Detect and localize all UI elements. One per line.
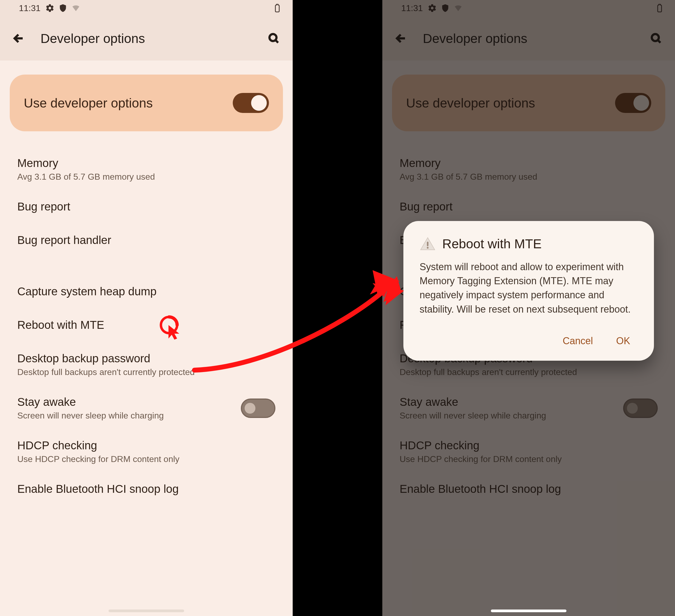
dialog-title: Reboot with MTE: [442, 236, 542, 251]
use-developer-options-switch[interactable]: [233, 93, 269, 113]
use-developer-options-label: Use developer options: [24, 96, 233, 111]
svg-point-0: [270, 34, 277, 41]
app-bar: Developer options: [0, 16, 293, 61]
row-enable-bluetooth-hci-snoop-log[interactable]: Enable Bluetooth HCI snoop log: [10, 473, 283, 507]
battery-icon: [273, 3, 282, 13]
warning-icon: [420, 236, 436, 251]
row-stay-awake-sub: Screen will never sleep while charging: [17, 411, 241, 421]
row-desktop-backup-password[interactable]: Desktop backup password Desktop full bac…: [10, 343, 283, 386]
status-bar: 11:31: [0, 0, 293, 16]
row-memory[interactable]: Memory Avg 3.1 GB of 5.7 GB memory used: [10, 147, 283, 191]
search-icon: [267, 32, 280, 45]
home-indicator[interactable]: [108, 610, 184, 612]
settings-list[interactable]: Use developer options Memory Avg 3.1 GB …: [0, 61, 293, 507]
row-hdcp-checking-title: HDCP checking: [17, 439, 276, 452]
dialog-reboot-with-mte: Reboot with MTE System will reboot and a…: [403, 221, 654, 361]
back-button[interactable]: [8, 27, 30, 49]
row-capture-heap-dump-title: Capture system heap dump: [17, 285, 276, 298]
stay-awake-switch[interactable]: [241, 399, 276, 418]
row-capture-heap-dump[interactable]: Capture system heap dump: [10, 276, 283, 310]
row-bug-report-handler-title: Bug report handler: [17, 234, 276, 247]
gear-icon: [45, 3, 55, 13]
wifi-icon: [71, 3, 80, 13]
row-reboot-with-mte-title: Reboot with MTE: [17, 319, 276, 332]
search-button[interactable]: [263, 27, 285, 49]
phone-left: 11:31 Developer options Use developer op…: [0, 0, 293, 616]
dialog-ok-button[interactable]: OK: [614, 332, 632, 350]
click-cursor-icon: [155, 313, 182, 340]
arrow-back-icon: [12, 32, 25, 45]
row-bug-report[interactable]: Bug report: [10, 191, 283, 224]
row-hdcp-checking-sub: Use HDCP checking for DRM content only: [17, 454, 276, 464]
row-memory-title: Memory: [17, 157, 276, 170]
use-developer-options-card[interactable]: Use developer options: [10, 75, 283, 131]
row-stay-awake-title: Stay awake: [17, 396, 241, 409]
dialog-body: System will reboot and allow to experime…: [420, 260, 638, 317]
home-indicator[interactable]: [491, 610, 567, 612]
status-time: 11:31: [19, 3, 41, 13]
row-desktop-backup-password-title: Desktop backup password: [17, 352, 276, 365]
dialog-cancel-button[interactable]: Cancel: [560, 332, 595, 350]
row-bug-report-handler[interactable]: Bug report handler: [10, 224, 283, 258]
row-enable-bluetooth-hci-snoop-log-title: Enable Bluetooth HCI snoop log: [17, 483, 276, 495]
row-memory-sub: Avg 3.1 GB of 5.7 GB memory used: [17, 172, 276, 182]
section-gap: [10, 258, 283, 276]
phone-right: 11:31 Developer options Use developer op…: [382, 0, 675, 616]
row-reboot-with-mte[interactable]: Reboot with MTE: [10, 310, 283, 343]
svg-rect-3: [427, 242, 429, 247]
svg-point-4: [427, 247, 429, 249]
row-bug-report-title: Bug report: [17, 200, 276, 213]
row-hdcp-checking[interactable]: HDCP checking Use HDCP checking for DRM …: [10, 430, 283, 473]
page-title: Developer options: [41, 31, 252, 46]
shield-icon: [58, 3, 68, 13]
row-stay-awake[interactable]: Stay awake Screen will never sleep while…: [10, 386, 283, 430]
row-desktop-backup-password-sub: Desktop full backups aren't currently pr…: [17, 367, 276, 377]
